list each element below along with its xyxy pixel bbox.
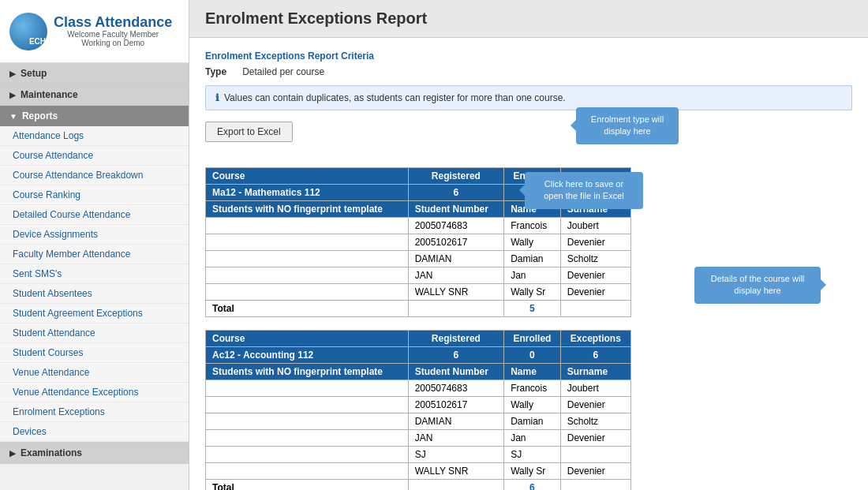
table-row: WALLY SNR Wally Sr Devenier: [206, 463, 631, 480]
criteria-title: Enrolment Exceptions Report Criteria: [205, 50, 852, 62]
table-row: SJ SJ: [206, 447, 631, 463]
sidebar-group-maintenance[interactable]: ▶ Maintenance: [0, 84, 189, 105]
logo-text: Class Attendance Welcome Faculty Member …: [54, 15, 172, 48]
table-row: JAN Jan Devenier: [206, 267, 631, 284]
sidebar-item-course-attendance-breakdown[interactable]: Course Attendance Breakdown: [0, 166, 189, 185]
sidebar-item-enrolment-exceptions[interactable]: Enrolment Exceptions: [0, 402, 189, 422]
table-row: 2005102617 Wally Devenier: [206, 234, 631, 251]
course-name-1: Ma12 - Mathematics 112: [206, 185, 409, 201]
sidebar-item-sent-sms[interactable]: Sent SMS's: [0, 264, 189, 284]
reports-label: Reports: [22, 110, 58, 122]
sidebar-item-course-attendance[interactable]: Course Attendance: [0, 146, 189, 166]
type-label: Type: [205, 66, 226, 77]
sidebar-item-venue-attendance[interactable]: Venue Attendance: [0, 363, 189, 383]
sub-header-col4-2: Surname: [560, 364, 630, 380]
content-area: Enrolment Exceptions Report Criteria Typ…: [189, 38, 868, 490]
sidebar-item-attendance-logs[interactable]: Attendance Logs: [0, 126, 189, 146]
info-text: Values can contain duplicates, as studen…: [224, 92, 566, 103]
course-enrolled-2: 0: [504, 347, 561, 364]
table-row: JAN Jan Devenier: [206, 430, 631, 447]
table-row: 2005102617 Wally Devenier: [206, 397, 631, 413]
main-content: Enrolment Exceptions Report Enrolment Ex…: [189, 0, 868, 490]
page-header: Enrolment Exceptions Report: [189, 0, 868, 38]
table-row: DAMIAN Damian Scholtz: [206, 251, 631, 267]
info-bar: ℹ Values can contain duplicates, as stud…: [205, 85, 852, 110]
sidebar-item-course-ranking[interactable]: Course Ranking: [0, 185, 189, 205]
sidebar-section-setup: ▶ Setup: [0, 63, 189, 84]
criteria-section: Enrolment Exceptions Report Criteria Typ…: [205, 50, 852, 77]
logo-icon: [9, 13, 47, 50]
page-title: Enrolment Exceptions Report: [205, 9, 852, 28]
setup-label: Setup: [21, 68, 47, 79]
col-course-2: Course: [206, 331, 409, 347]
total-value-2: 6: [504, 480, 561, 491]
setup-arrow: ▶: [9, 69, 16, 78]
maintenance-label: Maintenance: [21, 89, 78, 100]
sidebar-item-faculty-member-attendance[interactable]: Faculty Member Attendance: [0, 245, 189, 264]
course-registered-1: 6: [408, 185, 504, 201]
total-label-1: Total: [206, 301, 409, 317]
course-exceptions-2: 6: [560, 347, 630, 364]
tooltip-details: Details of the course will display here: [694, 267, 821, 304]
col-enrolled-2: Enrolled: [504, 331, 561, 347]
total-label-2: Total: [206, 480, 409, 491]
type-value: Detailed per course: [242, 66, 324, 77]
col-registered-1: Registered: [408, 168, 504, 185]
sub-header-col2-1: Student Number: [408, 201, 504, 218]
sidebar: Class Attendance Welcome Faculty Member …: [0, 0, 189, 490]
sidebar-item-student-agreement-exceptions[interactable]: Student Agreement Exceptions: [0, 304, 189, 324]
sidebar-group-examinations[interactable]: ▶ Examinations: [0, 443, 189, 463]
tooltip-enrolment-type: Enrolment type will display here: [576, 107, 679, 144]
col-exceptions-2: Exceptions: [560, 331, 630, 347]
sidebar-section-examinations: ▶ Examinations: [0, 443, 189, 464]
total-row-2: Total 6: [206, 480, 631, 491]
table-row: WALLY SNR Wally Sr Devenier: [206, 284, 631, 301]
table-row: 2005074683 Francois Joubert: [206, 218, 631, 234]
info-icon: ℹ: [215, 92, 219, 103]
col-course-1: Course: [206, 168, 409, 185]
sidebar-item-venue-attendance-exceptions[interactable]: Venue Attendance Exceptions: [0, 383, 189, 402]
tooltip-excel: Click here to save or open the file in E…: [525, 172, 643, 209]
examinations-label: Examinations: [21, 447, 82, 458]
app-title: Class Attendance: [54, 15, 172, 31]
sub-header-col1-2: Students with NO fingerprint template: [206, 364, 409, 380]
sidebar-group-setup[interactable]: ▶ Setup: [0, 63, 189, 84]
table-row: 2005074683 Francois Joubert: [206, 380, 631, 397]
sidebar-item-student-absentees[interactable]: Student Absentees: [0, 284, 189, 304]
working-on-text: Working on Demo: [54, 39, 172, 47]
sidebar-item-student-courses[interactable]: Student Courses: [0, 343, 189, 363]
welcome-text: Welcome Faculty Member: [54, 30, 172, 39]
reports-arrow: ▼: [9, 112, 17, 121]
sidebar-header: Class Attendance Welcome Faculty Member …: [0, 0, 189, 63]
total-value-1: 5: [504, 301, 561, 317]
sidebar-item-device-assignments[interactable]: Device Assignments: [0, 225, 189, 245]
sidebar-section-maintenance: ▶ Maintenance: [0, 84, 189, 106]
report-table-2: Course Registered Enrolled Exceptions Ac…: [205, 330, 631, 490]
table-row: DAMIAN Damian Scholtz: [206, 413, 631, 430]
course-name-2: Ac12 - Accounting 112: [206, 347, 409, 364]
sub-header-col3-2: Name: [504, 364, 561, 380]
total-row-1: Total 5: [206, 301, 631, 317]
sidebar-item-student-attendance[interactable]: Student Attendance: [0, 324, 189, 343]
sidebar-item-devices[interactable]: Devices: [0, 422, 189, 442]
sidebar-section-reports: ▼ Reports Attendance Logs Course Attenda…: [0, 106, 189, 443]
export-to-excel-button[interactable]: Export to Excel: [205, 122, 293, 142]
col-registered-2: Registered: [408, 331, 504, 347]
examinations-arrow: ▶: [9, 449, 16, 458]
sidebar-item-detailed-course-attendance[interactable]: Detailed Course Attendance: [0, 205, 189, 225]
maintenance-arrow: ▶: [9, 91, 16, 99]
criteria-row: Type Detailed per course: [205, 66, 852, 77]
course-registered-2: 6: [408, 347, 504, 364]
sidebar-group-reports[interactable]: ▼ Reports: [0, 106, 189, 126]
sub-header-col1-1: Students with NO fingerprint template: [206, 201, 409, 218]
sub-header-col2-2: Student Number: [408, 364, 504, 380]
